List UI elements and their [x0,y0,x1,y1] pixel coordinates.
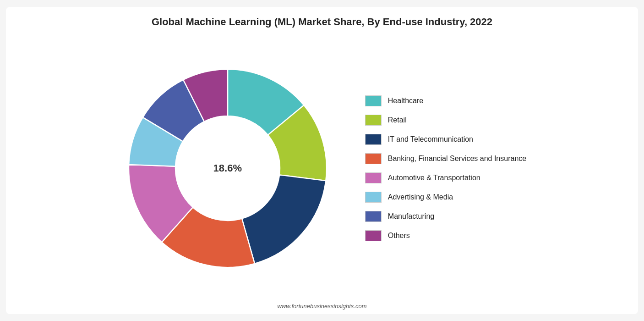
watermark: www.fortunebusinessinsights.com [277,303,366,310]
legend-label-healthcare: Healthcare [388,97,423,105]
legend-label-others: Others [388,232,410,240]
legend-item-it-telecom: IT and Telecommunication [365,134,526,145]
legend-color-banking [365,153,382,164]
legend-item-advertising: Advertising & Media [365,192,526,203]
legend-item-healthcare: Healthcare [365,95,526,106]
legend-color-automotive [365,172,382,183]
legend-label-manufacturing: Manufacturing [388,212,434,221]
legend-color-healthcare [365,95,382,106]
legend-item-automotive: Automotive & Transportation [365,172,526,183]
legend-item-manufacturing: Manufacturing [365,211,526,222]
legend-color-manufacturing [365,211,382,222]
legend-item-others: Others [365,230,526,241]
donut-chart: 18.6% [118,58,338,278]
legend-item-banking: Banking, Financial Services and Insuranc… [365,153,526,164]
legend-color-advertising [365,192,382,203]
chart-body: 18.6% HealthcareRetailIT and Telecommuni… [20,37,624,299]
legend-label-it-telecom: IT and Telecommunication [388,135,473,144]
legend-item-retail: Retail [365,115,526,126]
chart-container: Global Machine Learning (ML) Market Shar… [6,7,638,314]
legend-color-retail [365,115,382,126]
chart-legend: HealthcareRetailIT and Telecommunication… [365,95,526,241]
legend-label-retail: Retail [388,116,407,124]
chart-title: Global Machine Learning (ML) Market Shar… [152,16,492,28]
legend-label-banking: Banking, Financial Services and Insuranc… [388,155,526,163]
legend-color-it-telecom [365,134,382,145]
segment-it-telecom [242,175,326,264]
legend-color-others [365,230,382,241]
legend-label-automotive: Automotive & Transportation [388,174,480,182]
legend-label-advertising: Advertising & Media [388,193,453,201]
donut-center-label: 18.6% [213,162,242,174]
